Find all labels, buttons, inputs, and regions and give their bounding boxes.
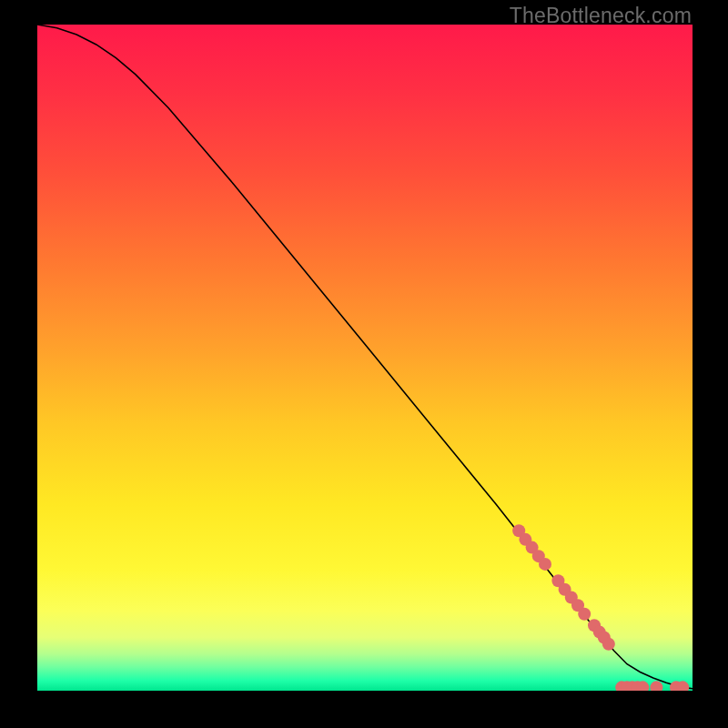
chart-frame: TheBottleneck.com [0, 0, 728, 728]
plot-area [37, 25, 693, 691]
data-marker [578, 608, 591, 621]
data-marker [539, 558, 551, 571]
chart-svg [37, 25, 693, 691]
data-marker [602, 638, 615, 651]
gradient-background [37, 25, 693, 691]
